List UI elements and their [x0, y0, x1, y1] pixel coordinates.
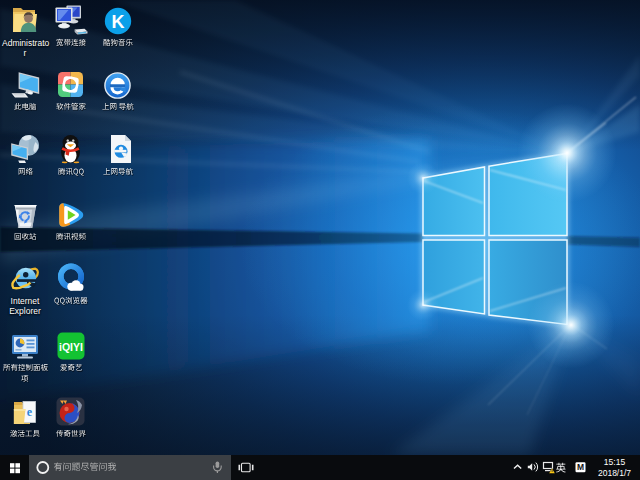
- svg-text:M: M: [577, 462, 584, 472]
- svg-text:K: K: [111, 12, 124, 32]
- svg-text:iQIYI: iQIYI: [59, 341, 83, 353]
- svg-text:e: e: [27, 405, 33, 419]
